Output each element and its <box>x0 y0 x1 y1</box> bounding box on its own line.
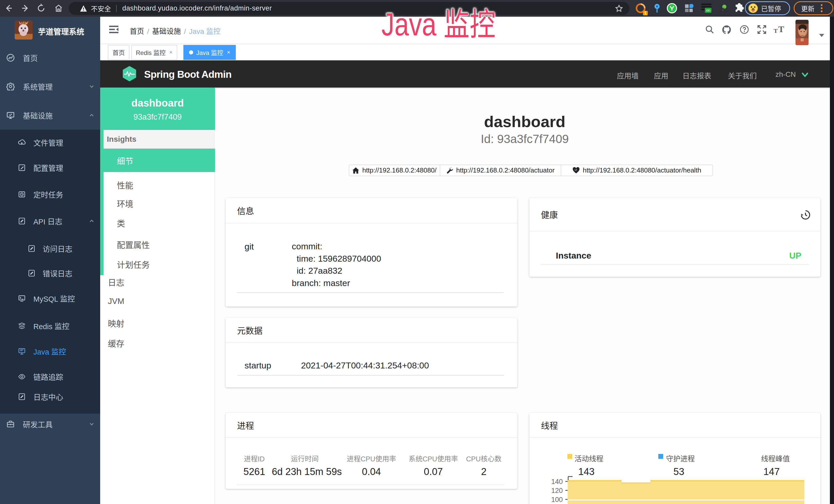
svg-text:on: on <box>706 8 710 12</box>
